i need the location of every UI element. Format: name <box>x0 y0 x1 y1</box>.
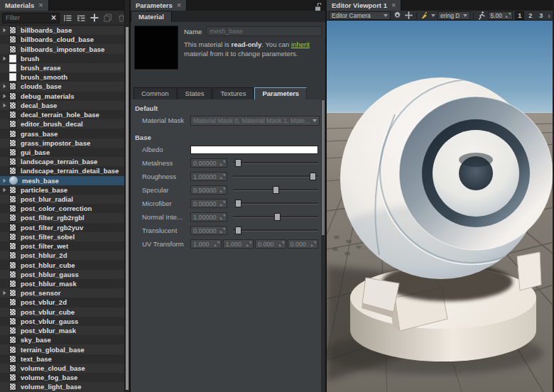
tab-parameters[interactable]: Parameters × <box>131 0 187 11</box>
material-row[interactable]: post_hblur_gauss <box>0 270 124 279</box>
material-row[interactable]: post_vblur_gauss <box>0 317 124 326</box>
material-row[interactable]: post_vblur_2d <box>0 298 124 307</box>
material-row[interactable]: text_base <box>0 354 124 364</box>
parameter-slider[interactable] <box>233 212 318 222</box>
material-row[interactable]: landscape_terrain_base <box>0 157 124 166</box>
lock-open-icon[interactable] <box>315 1 322 14</box>
uv-transform-field[interactable]: 0.000 <box>288 239 319 249</box>
viewport-view-button-2[interactable]: 2 <box>526 11 535 20</box>
material-row[interactable]: volume_cloud_base <box>0 364 124 373</box>
material-preview[interactable] <box>134 26 178 70</box>
parameter-slider[interactable] <box>233 158 318 168</box>
filter-input[interactable]: Filter × <box>2 13 60 23</box>
spinner-icon[interactable] <box>246 241 251 246</box>
material-row[interactable]: grass_base <box>0 129 124 138</box>
slider-handle[interactable] <box>235 227 241 234</box>
material-row[interactable]: post_hblur_cube <box>0 260 124 269</box>
viewport-3d-scene[interactable] <box>327 21 553 392</box>
material-row[interactable]: decal_terrain_hole_base <box>0 110 124 119</box>
clone-material-icon[interactable] <box>102 12 114 23</box>
subtab-common[interactable]: Common <box>134 87 177 99</box>
lamp-icon[interactable] <box>420 11 429 20</box>
parameter-slider[interactable] <box>233 225 318 236</box>
clear-filter-icon[interactable]: × <box>51 14 56 21</box>
material-row[interactable]: gui_base <box>0 148 124 157</box>
chevron-right-icon[interactable]: › <box>548 12 550 19</box>
spinner-icon[interactable] <box>220 187 225 192</box>
material-row[interactable]: post_blur_radial <box>0 195 124 204</box>
material-row[interactable]: billboards_impostor_base <box>0 44 124 53</box>
slider-handle[interactable] <box>273 186 279 194</box>
caret-icon[interactable] <box>0 28 9 33</box>
material-row[interactable]: post_filter_wet <box>0 241 124 251</box>
material-row[interactable]: brush <box>0 54 124 63</box>
tab-materials[interactable]: Materials × <box>0 0 49 11</box>
material-row[interactable]: post_vblur_cube <box>0 307 124 317</box>
slider-track[interactable] <box>233 175 318 178</box>
material-row[interactable]: landscape_terrain_detail_base <box>0 166 124 175</box>
parameter-slider[interactable] <box>233 171 318 182</box>
albedo-color-swatch[interactable] <box>190 146 318 154</box>
uv-transform-field[interactable]: 0.000 <box>255 239 286 249</box>
subtab-states[interactable]: States <box>178 87 212 99</box>
slider-handle[interactable] <box>274 213 281 221</box>
spinner-icon[interactable] <box>214 241 219 246</box>
parameter-value-field[interactable]: 0.00000 <box>190 158 227 168</box>
material-row[interactable]: grass_impostor_base <box>0 138 124 148</box>
close-icon[interactable]: × <box>38 2 43 9</box>
parameter-value-field[interactable]: 1.00000 <box>190 172 227 181</box>
material-row[interactable]: post_vblur_mask <box>0 326 124 335</box>
parameter-value-field[interactable]: 1.00000 <box>190 212 227 222</box>
material-row[interactable]: billboards_cloud_base <box>0 35 124 44</box>
material-row[interactable]: particles_base <box>0 185 124 195</box>
material-row[interactable]: mesh_base <box>0 176 124 185</box>
material-row[interactable]: volume_fog_base <box>0 373 124 382</box>
material-row[interactable]: post_hblur_2d <box>0 251 124 260</box>
viewport-view-button-3[interactable]: 3 <box>536 11 545 20</box>
material-row[interactable]: decal_base <box>0 101 124 110</box>
material-row[interactable]: sky_base <box>0 335 124 344</box>
subtab-textures[interactable]: Textures <box>212 87 254 99</box>
close-icon[interactable]: × <box>177 2 181 9</box>
caret-icon[interactable] <box>0 290 9 295</box>
material-row[interactable]: editor_brush_decal <box>0 119 124 129</box>
spinner-icon[interactable] <box>220 228 225 233</box>
spinner-icon[interactable] <box>220 201 225 206</box>
scrollbar-thumb[interactable] <box>126 27 129 390</box>
caret-icon[interactable] <box>0 94 9 99</box>
caret-icon[interactable] <box>0 84 9 89</box>
material-row[interactable]: brush_erase <box>0 63 124 72</box>
slider-track[interactable] <box>233 202 318 205</box>
parameters-scrollbar[interactable] <box>321 99 325 392</box>
slider-handle[interactable] <box>310 173 316 180</box>
caret-icon[interactable] <box>0 103 9 108</box>
runner-icon[interactable] <box>477 11 486 20</box>
material-row[interactable]: post_filter_rgb2yuv <box>0 223 124 232</box>
pan-arrows-icon[interactable] <box>404 11 413 20</box>
materials-scrollbar[interactable] <box>124 0 129 392</box>
slider-handle[interactable] <box>235 159 241 167</box>
inherit-link[interactable]: inherit <box>291 40 310 48</box>
close-icon[interactable]: × <box>391 2 396 9</box>
material-row[interactable]: debug_materials <box>0 92 124 101</box>
material-name-input[interactable]: mesh_base <box>206 26 322 36</box>
uv-transform-field[interactable]: 1.000 <box>190 239 222 249</box>
uv-transform-field[interactable]: 1.000 <box>223 239 254 249</box>
subtab-parameters[interactable]: Parameters <box>254 87 307 99</box>
material-row[interactable]: volume_light_base <box>0 382 124 391</box>
spinner-icon[interactable] <box>279 241 284 246</box>
scrollbar-thumb[interactable] <box>322 100 325 235</box>
subtab-material[interactable]: Material <box>131 11 172 22</box>
material-row[interactable]: terrain_global_base <box>0 344 124 354</box>
lamp-dropdown-arrow-icon[interactable] <box>431 14 435 17</box>
rendering-debug-select[interactable]: ering D <box>438 11 471 20</box>
parameter-value-field[interactable]: 0.00000 <box>190 199 227 208</box>
material-row[interactable]: brush_smooth <box>0 72 124 82</box>
expand-all-icon[interactable] <box>75 12 87 23</box>
material-row[interactable]: post_color_correction <box>0 204 124 213</box>
material-mask-select[interactable]: Material Mask 0, Material Mask 1, Mate..… <box>190 116 320 126</box>
material-row[interactable]: post_filter_rgb2rgbl <box>0 213 124 222</box>
material-row[interactable]: post_filter_sobel <box>0 232 124 241</box>
camera-speed-field[interactable]: 5.00 <box>488 11 513 20</box>
add-material-icon[interactable] <box>89 12 100 23</box>
